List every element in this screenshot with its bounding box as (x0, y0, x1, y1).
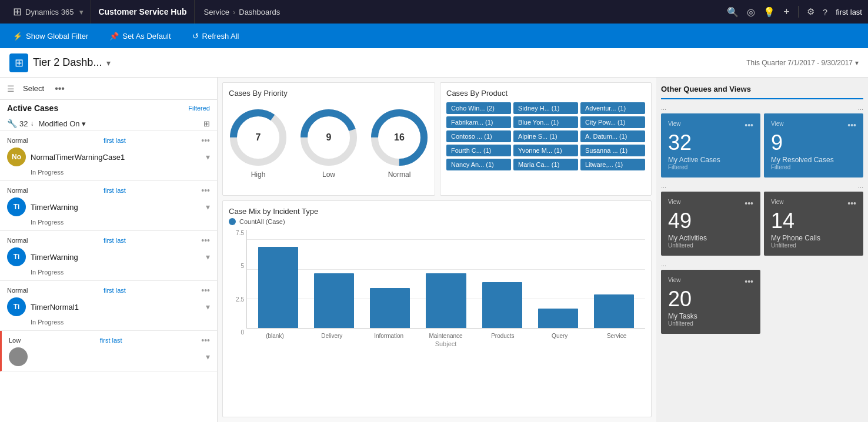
case-item[interactable]: Low first last ••• ▾ (0, 331, 217, 371)
product-tag[interactable]: Alpine S... (1) (513, 130, 578, 142)
bar-group (589, 294, 639, 328)
case-more-button[interactable]: ••• (201, 336, 210, 345)
case-expand-icon[interactable]: ▾ (206, 152, 210, 162)
date-chevron-icon: ▾ (855, 59, 859, 67)
case-expand-icon[interactable]: ▾ (206, 302, 210, 312)
product-tag[interactable]: Fabrikam... (1) (446, 116, 511, 128)
user-label[interactable]: first last (836, 8, 862, 16)
queue-more-dots[interactable]: ... (661, 104, 666, 111)
bar-group (365, 288, 415, 328)
bars-wrapper (247, 230, 645, 328)
search-icon[interactable]: 🔍 (727, 6, 739, 18)
queue-more-dots[interactable]: ... (858, 182, 863, 189)
queue-card[interactable]: View ••• 20 My Tasks Unfiltered (661, 270, 760, 334)
bar[interactable] (370, 288, 410, 328)
sort-field[interactable]: Modified On ▾ (38, 119, 85, 128)
case-item[interactable]: Normal first last ••• Ti TimerWarning ▾ … (0, 231, 217, 281)
product-tag[interactable]: Susanna ... (1) (580, 145, 645, 156)
bar[interactable] (314, 273, 354, 328)
card-label: My Phone Calls (771, 234, 856, 242)
queue-card[interactable]: View ••• 9 My Resolved Cases Filtered (764, 113, 863, 177)
product-tag[interactable]: City Pow... (1) (580, 116, 645, 128)
product-tag[interactable]: Sidney H... (1) (513, 102, 578, 114)
bar-x-label: Products (474, 331, 531, 339)
card-dots-button[interactable]: ••• (847, 199, 856, 208)
queue-more-dots[interactable]: ... (661, 260, 666, 267)
page-title: Tier 2 Dashb... (33, 56, 102, 69)
product-tag[interactable]: Adventur... (1) (580, 102, 645, 114)
bar-x-label: (blank) (246, 331, 303, 339)
sort-arrow-icon: ↓ (30, 119, 34, 128)
bar[interactable] (538, 309, 578, 328)
bar[interactable] (594, 294, 634, 328)
queue-card[interactable]: View ••• 14 My Phone Calls Unfiltered (764, 192, 863, 256)
refresh-button[interactable]: ↺ Refresh All (188, 29, 244, 43)
filtered-badge: Filtered (188, 105, 210, 112)
case-more-button[interactable]: ••• (201, 136, 210, 145)
bar[interactable] (482, 282, 522, 328)
card-view-label: View (668, 120, 681, 127)
card-dots-button[interactable]: ••• (745, 199, 753, 208)
favorites-icon[interactable]: ◎ (747, 6, 755, 18)
card-number: 14 (771, 210, 856, 232)
bar[interactable] (258, 247, 298, 328)
product-tag[interactable]: Coho Win... (2) (446, 102, 511, 114)
product-tag[interactable]: A. Datum... (1) (580, 130, 645, 142)
queue-more-dots[interactable]: ... (661, 182, 666, 189)
queue-card[interactable]: View ••• 32 My Active Cases Filtered (661, 113, 760, 177)
case-avatar: Ti (7, 297, 26, 316)
product-tag[interactable]: Nancy An... (1) (446, 159, 511, 170)
date-range[interactable]: This Quarter 7/1/2017 - 9/30/2017 ▾ (746, 59, 859, 67)
product-tag[interactable]: Litware,... (1) (580, 159, 645, 170)
toolbar: ⚡ Show Global Filter 📌 Set As Default ↺ … (0, 24, 868, 48)
product-tag[interactable]: Yvonne M... (1) (513, 145, 578, 156)
case-avatar (9, 347, 28, 366)
case-expand-icon[interactable]: ▾ (206, 202, 210, 212)
case-status: In Progress (31, 169, 210, 176)
case-more-button[interactable]: ••• (201, 186, 210, 195)
x-axis-label: Subject (246, 340, 645, 347)
help-icon[interactable]: 💡 (763, 6, 775, 18)
app-name[interactable]: Customer Service Hub (91, 0, 194, 24)
left-panel: ☰ Select ••• Active Cases Filtered 🔧 32 … (0, 78, 218, 422)
question-icon[interactable]: ? (823, 7, 827, 17)
y-axis: 7.552.50 (229, 230, 246, 347)
queue-more-dots[interactable]: ... (858, 104, 863, 111)
title-chevron-icon[interactable]: ▾ (106, 58, 111, 68)
priority-chart: Cases By Priority 7 High 9 Low 16 (222, 82, 435, 196)
case-expand-icon[interactable]: ▾ (206, 352, 210, 361)
cases-list: Normal first last ••• No NormalTimerWarn… (0, 131, 217, 422)
bar[interactable] (426, 273, 466, 328)
case-more-button[interactable]: ••• (201, 286, 210, 295)
view-toggle-button[interactable]: ⊞ (203, 119, 210, 128)
product-tag[interactable]: Fourth C... (1) (446, 145, 511, 156)
bar-group (477, 282, 527, 328)
settings-icon[interactable]: ⚙ (807, 6, 814, 17)
donut-chart: 7 High (229, 108, 288, 179)
product-tag[interactable]: Blue Yon... (1) (513, 116, 578, 128)
set-default-button[interactable]: 📌 Set As Default (105, 29, 175, 43)
card-dots-button[interactable]: ••• (745, 277, 753, 286)
product-tag[interactable]: Contoso ... (1) (446, 130, 511, 142)
case-avatar: Ti (7, 247, 26, 266)
global-filter-button[interactable]: ⚡ Show Global Filter (8, 29, 93, 43)
add-icon[interactable]: + (783, 6, 790, 18)
case-priority: Normal (7, 287, 28, 294)
select-button[interactable]: Select (19, 82, 48, 95)
card-dots-button[interactable]: ••• (745, 120, 753, 130)
card-sub: Unfiltered (771, 242, 856, 249)
dynamics-brand[interactable]: ⊞ Dynamics 365 ▾ (6, 0, 91, 24)
case-item[interactable]: Normal first last ••• Ti TimerNormal1 ▾ … (0, 281, 217, 331)
list-filter-icon: ☰ (7, 84, 15, 93)
case-more-button[interactable]: ••• (201, 236, 210, 245)
queue-card[interactable]: View ••• 49 My Activities Unfiltered (661, 192, 760, 256)
card-dots-button[interactable]: ••• (847, 120, 856, 130)
case-item[interactable]: Normal first last ••• Ti TimerWarning ▾ … (0, 181, 217, 231)
more-options-button[interactable]: ••• (55, 83, 65, 94)
card-label: My Tasks (668, 312, 753, 320)
card-view-label: View (771, 120, 784, 127)
bar-chart-legend: CountAll (Case) (229, 218, 645, 225)
case-expand-icon[interactable]: ▾ (206, 252, 210, 262)
case-item[interactable]: Normal first last ••• No NormalTimerWarn… (0, 131, 217, 181)
product-tag[interactable]: Maria Ca... (1) (513, 159, 578, 170)
